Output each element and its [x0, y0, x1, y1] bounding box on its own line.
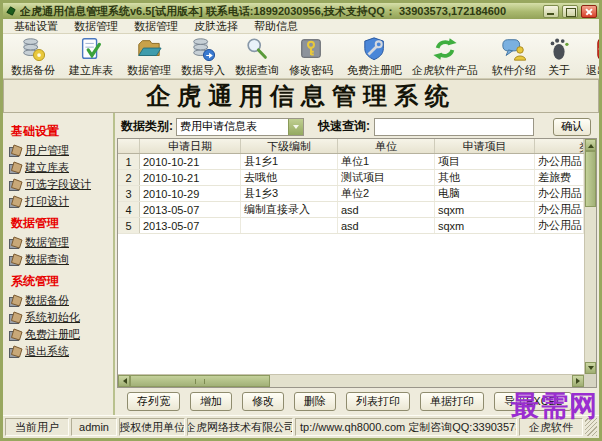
refresh-arrows-icon [432, 36, 458, 62]
toolbar-free-register[interactable]: 免费注册吧 [342, 36, 407, 78]
row-number: 1 [118, 154, 140, 169]
export-excel-button[interactable]: 导出EXCEL [494, 392, 572, 411]
sidebar-item-data-query[interactable]: 数据查询 [8, 252, 113, 267]
toolbar-about[interactable]: 关于 [541, 36, 577, 78]
chevron-down-icon[interactable] [288, 119, 303, 135]
sidebar-item-free-register[interactable]: 免费注册吧 [8, 327, 113, 342]
sidebar-group-data-manage: 数据管理 [11, 215, 113, 232]
status-licensed-unit-label: 授权使用单位 [119, 418, 185, 436]
column-header-unit[interactable]: 单位 [338, 139, 435, 153]
scroll-right-button[interactable] [572, 375, 584, 387]
cell-category: 办公用品 [535, 218, 584, 233]
tag-icon [8, 252, 24, 267]
tag-icon [8, 143, 24, 158]
maximize-button[interactable] [562, 5, 578, 18]
column-header-apply-item[interactable]: 申请项目 [435, 139, 535, 153]
status-bar: 当前用户 admin 授权使用单位 企虎网络技术有限公司 tp://www.qh… [3, 415, 599, 438]
sidebar-item-optional-field-design[interactable]: 可选字段设计 [8, 177, 113, 192]
column-header-apply-date[interactable]: 申请日期 [140, 139, 241, 153]
cell-category: 差旅费 [535, 170, 584, 185]
cell-apply-date: 2013-05-07 [140, 202, 241, 217]
toolbar-label: 建立库表 [69, 63, 113, 78]
app-icon [5, 5, 17, 17]
toolbar-label: 企虎软件产品 [412, 63, 478, 78]
sidebar-item-label: 建立库表 [25, 160, 69, 175]
delete-button[interactable]: 删除 [294, 392, 336, 411]
horizontal-scroll-thumb[interactable] [130, 375, 270, 387]
sidebar-group-system-manage: 系统管理 [11, 273, 113, 290]
menu-basic-settings[interactable]: 基础设置 [6, 19, 66, 34]
minimize-button[interactable] [543, 5, 559, 18]
cell-apply-date: 2013-05-07 [140, 218, 241, 233]
scroll-down-button[interactable] [585, 362, 596, 374]
content-area: 数据类别: 费用申请信息表 快速查询: 确认 申请日期 下级编制 单 [115, 113, 599, 415]
row-number: 3 [118, 186, 140, 201]
create-table-icon [78, 36, 104, 62]
table-row[interactable]: 4 2013-05-07 编制直接录入 asd sqxm 办公用品 [118, 202, 584, 218]
close-button[interactable] [581, 5, 597, 18]
sidebar-item-user-manage[interactable]: 用户管理 [8, 143, 113, 158]
main-area: 基础设置 用户管理 建立库表 可选字段设计 打印设计 数据管理 数据管理 [3, 113, 599, 415]
sidebar-item-exit-system[interactable]: 退出系统 [8, 344, 113, 359]
sidebar-item-system-init[interactable]: 系统初始化 [8, 310, 113, 325]
toolbar-software-intro[interactable]: 软件介绍 [487, 36, 541, 78]
sidebar-item-data-backup[interactable]: 数据备份 [8, 293, 113, 308]
confirm-button[interactable]: 确认 [553, 118, 591, 136]
menu-skin-select[interactable]: 皮肤选择 [186, 19, 246, 34]
toolbar-products[interactable]: 企虎软件产品 [407, 36, 483, 78]
sidebar-item-label: 退出系统 [25, 344, 69, 359]
list-print-button[interactable]: 列表打印 [346, 392, 410, 411]
sidebar-item-print-design[interactable]: 打印设计 [8, 194, 113, 209]
toolbar-data-manage[interactable]: 数据管理 [122, 36, 176, 78]
table-row[interactable]: 3 2010-10-29 县1乡3 单位2 电脑 办公用品 [118, 186, 584, 202]
toolbar-data-backup[interactable]: 数据备份 [6, 36, 60, 78]
toolbar-label: 关于 [548, 63, 570, 78]
tag-icon [8, 344, 24, 359]
sidebar-item-create-table[interactable]: 建立库表 [8, 160, 113, 175]
toolbar-data-query[interactable]: 数据查询 [230, 36, 284, 78]
tag-icon [8, 177, 24, 192]
toolbar-create-table[interactable]: 建立库表 [64, 36, 118, 78]
cell-sub-unit: 县1乡3 [241, 186, 338, 201]
scroll-up-button[interactable] [585, 139, 596, 151]
tag-icon [8, 160, 24, 175]
menu-data-manage-2[interactable]: 数据管理 [126, 19, 186, 34]
table-row[interactable]: 5 2013-05-07 asd sqxm 办公用品 [118, 218, 584, 234]
cell-apply-item: sqxm [435, 202, 535, 217]
menu-bar: 基础设置 数据管理 数据管理 皮肤选择 帮助信息 [3, 19, 599, 34]
receipt-print-button[interactable]: 单据打印 [420, 392, 484, 411]
toolbar-exit-system[interactable]: 退出系统 [581, 36, 602, 78]
modify-button[interactable]: 修改 [242, 392, 284, 411]
table-row[interactable]: 2 2010-10-21 去哦他 测试项目 其他 差旅费 [118, 170, 584, 186]
vertical-scroll-thumb[interactable] [585, 151, 596, 207]
sidebar-item-data-manage[interactable]: 数据管理 [8, 235, 113, 250]
tag-icon [8, 235, 24, 250]
cell-unit: asd [338, 218, 435, 233]
category-select[interactable]: 费用申请信息表 [176, 118, 304, 136]
table-row[interactable]: 1 2010-10-21 县1乡1 单位1 项目 办公用品 [118, 154, 584, 170]
status-current-user-label: 当前用户 [5, 418, 69, 436]
tag-icon [8, 194, 24, 209]
data-table: 申请日期 下级编制 单位 申请项目 类 1 2010-10-21 县1乡1 单位… [117, 138, 597, 388]
sidebar-item-label: 用户管理 [25, 143, 69, 158]
exit-icon [595, 36, 602, 62]
column-header-sub-unit[interactable]: 下级编制 [241, 139, 338, 153]
menu-data-manage-1[interactable]: 数据管理 [66, 19, 126, 34]
cell-apply-date: 2010-10-29 [140, 186, 241, 201]
add-button[interactable]: 增加 [190, 392, 232, 411]
column-header-category-clipped[interactable]: 类 [535, 139, 584, 153]
scroll-left-button[interactable] [118, 375, 130, 387]
sidebar: 基础设置 用户管理 建立库表 可选字段设计 打印设计 数据管理 数据管理 [3, 113, 115, 415]
quick-search-input[interactable] [374, 118, 534, 136]
horizontal-scroll-track [270, 375, 572, 387]
cell-apply-date: 2010-10-21 [140, 154, 241, 169]
table-header-row: 申请日期 下级编制 单位 申请项目 类 [118, 139, 584, 154]
filter-row: 数据类别: 费用申请信息表 快速查询: 确认 [117, 115, 597, 138]
toolbar-data-import[interactable]: 数据导入 [176, 36, 230, 78]
menu-help-info[interactable]: 帮助信息 [246, 19, 306, 34]
save-column-width-button[interactable]: 存列宽 [127, 392, 180, 411]
status-contact-info: tp://www.qh8000.com 定制咨询QQ:33903573,1721… [295, 418, 517, 436]
toolbar-change-password[interactable]: 修改密码 [284, 36, 338, 78]
resize-grip[interactable] [585, 418, 597, 436]
banner: 企虎通用信息管理系统 [3, 79, 599, 113]
